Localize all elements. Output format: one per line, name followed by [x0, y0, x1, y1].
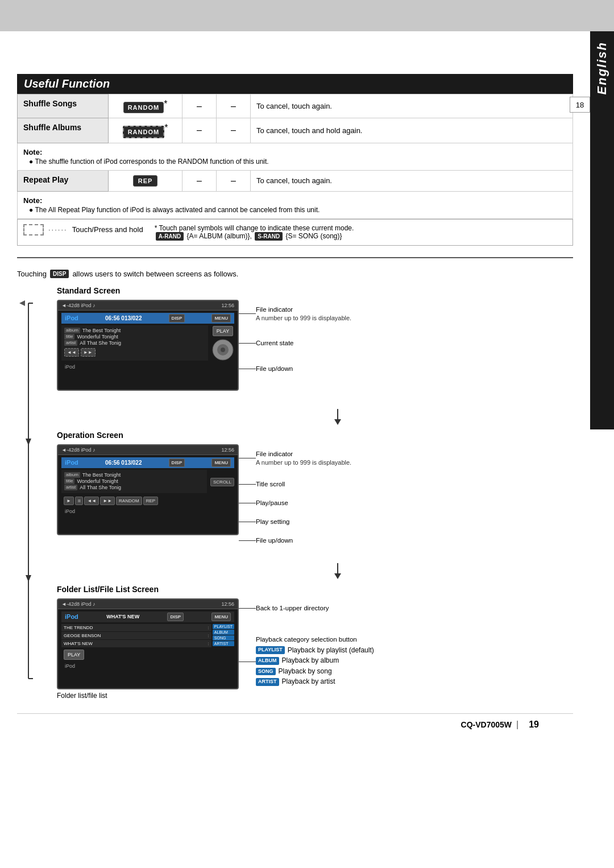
ann-pb-cat: Playback category selection button PLAYL… [239, 635, 573, 688]
rep-ctrl-btn[interactable]: REP [143, 497, 158, 505]
menu-btn-1[interactable]: MENU [211, 314, 231, 323]
repeat-play-btn-col: REP [109, 170, 182, 191]
legend-row: ······ Touch/Press and hold * Touch pane… [17, 219, 573, 246]
ann-file-updown-2: File up/down [239, 536, 573, 545]
track-row-title-2: title Wonderful Tonight [64, 478, 204, 484]
menu-btn-3[interactable]: MENU [211, 613, 231, 621]
folder-mock-screen: ◄-42d8 iPod ♪ 12:56 iPod WHAT'S NEW DISP… [57, 598, 239, 689]
ann-play-setting: Play setting [239, 518, 573, 526]
note-bullet-1: ● The shuffle function of iPod correspon… [23, 158, 567, 166]
table-row-shuffle-albums-note: Note: ● The shuffle function of iPod cor… [18, 143, 573, 170]
title-text-1: Wonderful Tonight [77, 334, 118, 340]
down-arrow-1 [102, 409, 573, 426]
table-row-shuffle-songs: Shuffle Songs RANDOM* – – To cancel, tou… [18, 94, 573, 118]
left-bracket-svg [17, 286, 34, 696]
legend-left: ······ Touch/Press and hold [23, 224, 143, 235]
song-tag-pb: SONG [256, 668, 276, 676]
artist-legend-text: Playback by artist [282, 677, 335, 687]
table-row-repeat-play: Repeat Play REP – – To cancel, touch aga… [18, 170, 573, 191]
disp-btn-1[interactable]: DISP [169, 314, 185, 323]
ipod-footer-1: iPod [61, 362, 234, 371]
svg-marker-3 [19, 300, 25, 306]
a-rand-badge: A-RAND [156, 232, 184, 241]
table-row-shuffle-albums: Shuffle Albums RANDOM* – – To cancel, to… [18, 118, 573, 143]
artist-tag-1: artist [64, 340, 77, 346]
ann-title-scroll: Title scroll [239, 480, 573, 489]
title-tag-1: title [64, 334, 74, 340]
album-tag-1: album [64, 328, 80, 333]
page-number-badge: 18 [570, 97, 590, 113]
ann-line-1b [239, 343, 256, 344]
play-ctrl-btn[interactable]: ► [64, 497, 74, 505]
track-row-title-1: title Wonderful Tonight [64, 334, 205, 340]
scroll-btn-2[interactable]: SCROLL [210, 478, 234, 486]
shuffle-songs-dash2: – [217, 94, 251, 118]
repeat-play-note: Note: ● The All Repeat Play function of … [18, 191, 573, 218]
play-btn-1[interactable]: PLAY [213, 326, 233, 336]
list-item: GEOGE BENSON : [61, 632, 211, 639]
screen-body-3: iPod WHAT'S NEW DISP MENU THE TRENDD [58, 609, 238, 673]
right-col-2: SCROLL [210, 470, 234, 495]
control-row-2: ► II ◄◄ ►► RANDOM REP [61, 495, 234, 507]
next-btn-1[interactable]: ►► [81, 348, 96, 357]
right-col-1: PLAY [211, 325, 234, 362]
artist-tag-pb: ARTIST [256, 678, 279, 686]
screen-header-right-3: 12:56 [221, 601, 234, 607]
track-info-1: album The Best Tonight title Wonderful T… [61, 325, 208, 361]
folder-screen-title: Folder List/File List Screen [57, 585, 573, 594]
track-info-2: album The Best Tonight title Wonderful T… [61, 470, 207, 493]
standard-mock-screen: ◄-42d8 iPod ♪ 12:56 iPod 06:56 013/022 D… [57, 300, 239, 391]
screen-header-2: ◄-42d8 iPod ♪ 12:56 [58, 445, 238, 455]
play-btn-3[interactable]: PLAY [64, 650, 84, 660]
prev-ctrl-btn[interactable]: ◄◄ [84, 497, 99, 505]
note-label-2: Note: [23, 196, 42, 205]
screen-body-1: iPod 06:56 013/022 DISP MENU album The B… [58, 311, 238, 374]
screens-container: Standard Screen ◄-42d8 iPod ♪ 12:56 iPod… [45, 286, 573, 713]
down-arrow-svg-2 [332, 563, 343, 580]
operation-screen-layout: ◄-42d8 iPod ♪ 12:56 iPod 06:56 013/022 D… [57, 444, 573, 545]
pause-ctrl-btn[interactable]: II [75, 497, 83, 505]
album-cat-btn[interactable]: ALBUM [213, 630, 234, 635]
album-tag-2: album [64, 472, 80, 478]
section-divider [17, 257, 573, 258]
rep-button[interactable]: REP [133, 175, 158, 187]
ann-line-2a [239, 458, 256, 458]
repeat-play-dash2: – [217, 170, 251, 191]
s-rand-desc: {S= SONG (song)} [285, 232, 342, 240]
repeat-play-desc: To cancel, touch again. [251, 170, 573, 191]
album-text-1: The Best Tonight [82, 328, 121, 333]
prev-btn-1[interactable]: ◄◄ [64, 348, 79, 357]
disp-prefix: Touching [17, 270, 47, 278]
ipod-footer-3: iPod [61, 662, 234, 671]
model-number: CQ-VD7005W [461, 720, 512, 729]
ipod-label-3: iPod [65, 613, 78, 620]
svg-point-8 [221, 348, 225, 352]
ipod-bar-1: iPod 06:56 013/022 DISP MENU [61, 313, 234, 324]
song-cat-btn[interactable]: SONG [213, 635, 234, 640]
disp-btn-3[interactable]: DISP [167, 613, 184, 621]
ipod-bar-3: iPod WHAT'S NEW DISP MENU [61, 611, 234, 622]
ann-file-indicator-2: File indicator A number up to 999 is dis… [239, 450, 573, 466]
ann-file-indicator-sub: A number up to 999 is displayable. [256, 314, 351, 322]
playlist-legend-text: Playback by playlist (default) [288, 646, 374, 655]
disp-button-inline: DISP [50, 270, 69, 278]
playlist-cat-btn[interactable]: PLAYLIST [213, 624, 234, 629]
ipod-bar-2: iPod 06:56 013/022 DISP MENU [61, 457, 234, 468]
next-ctrl-btn[interactable]: ►► [100, 497, 115, 505]
disp-suffix: allows users to switch between screens a… [72, 270, 238, 278]
disp-btn-2[interactable]: DISP [169, 458, 185, 467]
menu-btn-2[interactable]: MENU [211, 458, 231, 467]
folder-list-label: Folder list/file list [57, 689, 573, 700]
random-ctrl-btn[interactable]: RANDOM [116, 497, 142, 505]
title-text-2: Wonderful Tonight [77, 478, 118, 484]
artist-cat-btn[interactable]: ARTIST [213, 641, 234, 646]
dashed-box-legend [23, 224, 44, 235]
random-button-dashed[interactable]: RANDOM [123, 126, 165, 138]
folder-screen-section: Folder List/File List Screen ◄-42d8 iPod… [57, 585, 573, 700]
random-button-solid[interactable]: RANDOM [123, 102, 164, 113]
shuffle-albums-dash2: – [217, 118, 251, 143]
shuffle-albums-btn-col: RANDOM* [109, 118, 182, 143]
ann-line-1a [239, 313, 256, 314]
screen-header-3: ◄-42d8 iPod ♪ 12:56 [58, 600, 238, 609]
useful-function-header: Useful Function [17, 74, 573, 94]
